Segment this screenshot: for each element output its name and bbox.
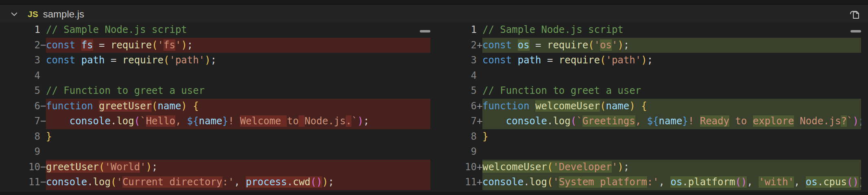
code-line[interactable]: 1// Sample Node.js script	[435, 22, 868, 38]
no-sign	[477, 22, 482, 38]
code-content[interactable]: greetUser('World');	[46, 160, 430, 175]
code-content[interactable]: const path = require('path');	[482, 53, 868, 68]
line-gutter: 6−	[0, 99, 46, 114]
line-gutter: 8	[0, 129, 46, 145]
code-content[interactable]: // Sample Node.js script	[46, 22, 430, 38]
code-token: to	[729, 115, 753, 127]
code-content[interactable]: // Sample Node.js script	[482, 22, 868, 38]
line-number: 9	[0, 144, 40, 160]
code-content[interactable]	[482, 144, 868, 160]
code-token: require	[122, 54, 164, 66]
code-line[interactable]: 6+function welcomeUser(name) {	[435, 99, 868, 114]
scrollbar-thumb-left[interactable]	[420, 30, 430, 32]
go-to-file-icon[interactable]	[848, 7, 861, 21]
line-gutter: 7−	[0, 114, 46, 129]
code-token: ()	[310, 176, 322, 188]
code-content[interactable]: // Function to greet a user	[482, 83, 868, 99]
code-content[interactable]: const os = require('os');	[482, 38, 868, 53]
code-token: =	[105, 54, 122, 66]
code-token: )	[617, 161, 623, 173]
code-token: !	[228, 115, 240, 127]
line-number: 7	[435, 114, 477, 129]
code-token: (	[600, 100, 606, 112]
code-line[interactable]: 2−const fs = require('fs');	[0, 38, 430, 53]
chevron-down-icon[interactable]	[10, 10, 19, 19]
code-token: }	[46, 131, 52, 142]
code-token: (	[600, 54, 606, 66]
code-token: '	[612, 161, 617, 173]
code-line[interactable]: 11−console.log('Current directory:', pro…	[0, 175, 430, 190]
code-token: 'path'	[169, 54, 205, 66]
code-token: (	[134, 115, 140, 127]
code-token: (	[152, 100, 157, 112]
line-number: 9	[435, 144, 477, 160]
no-sign	[40, 144, 46, 160]
deleted-sign: −	[40, 160, 46, 175]
code-line[interactable]: 8}	[435, 129, 868, 145]
line-gutter: 1	[435, 22, 482, 38]
code-line[interactable]: 4	[0, 68, 430, 84]
code-line[interactable]: 11+console.log('System platform:', os.pl…	[435, 175, 868, 190]
code-token: ;	[152, 161, 157, 173]
code-content[interactable]	[46, 144, 430, 160]
code-token: Greetings	[582, 115, 635, 127]
code-content[interactable]	[46, 68, 430, 84]
code-token: )	[641, 54, 647, 66]
code-line[interactable]: 1// Sample Node.js script	[0, 22, 430, 38]
code-content[interactable]: function welcomeUser(name) {	[482, 99, 868, 114]
code-token: ()	[735, 176, 747, 188]
code-line[interactable]: 3const path = require('path');	[435, 53, 868, 68]
code-line[interactable]: 6−function greetUser(name) {	[0, 99, 430, 114]
scrollbar-track-right[interactable]	[861, 22, 868, 191]
code-line[interactable]: 5// Function to greet a user	[0, 83, 430, 99]
scrollbar-thumb-right[interactable]	[851, 30, 861, 32]
code-token: ()	[847, 176, 859, 188]
code-content[interactable]: function greetUser(name) {	[46, 99, 430, 114]
line-number: 7	[0, 114, 40, 129]
code-line[interactable]: 8}	[0, 129, 430, 145]
code-line[interactable]: 4	[435, 68, 868, 84]
code-content[interactable]: welcomeUser('Developer');	[482, 160, 868, 175]
line-gutter: 4	[0, 68, 46, 84]
code-content[interactable]: const fs = require('fs');	[46, 38, 430, 53]
code-token: require	[111, 39, 152, 51]
code-content[interactable]	[482, 68, 868, 84]
code-token: '	[158, 39, 164, 51]
code-token: ;	[211, 54, 216, 66]
code-token: ;	[624, 161, 629, 173]
code-content[interactable]: const path = require('path');	[46, 53, 430, 68]
code-token: greetUser	[99, 100, 152, 112]
code-token: // Sample Node.js script	[482, 24, 624, 35]
code-token: console	[506, 115, 547, 127]
code-token: ,	[175, 115, 187, 127]
line-gutter: 10+	[435, 160, 482, 175]
line-number: 3	[435, 53, 477, 68]
line-gutter: 7+	[435, 114, 482, 129]
code-token: os	[806, 176, 818, 188]
code-line[interactable]: 10+welcomeUser('Developer');	[435, 160, 868, 175]
code-line[interactable]: 3const path = require('path');	[0, 53, 430, 68]
code-token: {	[641, 100, 647, 112]
code-token: .	[111, 115, 116, 127]
code-line[interactable]: 10−greetUser('World');	[0, 160, 430, 175]
line-number: 11	[435, 175, 477, 190]
code-content[interactable]: // Function to greet a user	[46, 83, 430, 99]
code-line[interactable]: 5// Function to greet a user	[435, 83, 868, 99]
code-content[interactable]: }	[46, 129, 430, 145]
code-line[interactable]: 2+const os = require('os');	[435, 38, 868, 53]
code-line[interactable]: 7− console.log(`Hello, ${name}! Welcome …	[0, 114, 430, 129]
code-content[interactable]: }	[482, 129, 868, 145]
code-token: `	[351, 115, 357, 127]
code-content[interactable]: console.log(`Hello, ${name}! Welcome to …	[46, 114, 430, 129]
code-line[interactable]: 9	[435, 144, 868, 160]
code-line[interactable]: 9	[0, 144, 430, 160]
code-content[interactable]: console.log('System platform:', os.platf…	[482, 175, 868, 190]
code-line[interactable]: 7+ console.log(`Greetings, ${name}! Read…	[435, 114, 868, 129]
code-token: greetUser	[46, 161, 99, 173]
code-token: Hello	[146, 115, 175, 127]
code-content[interactable]: console.log('Current directory:', proces…	[46, 175, 430, 190]
code-token: // Sample Node.js script	[46, 24, 187, 35]
no-sign	[40, 22, 46, 38]
code-content[interactable]: console.log(`Greetings, ${name}! Ready t…	[482, 114, 868, 129]
no-sign	[477, 144, 482, 160]
